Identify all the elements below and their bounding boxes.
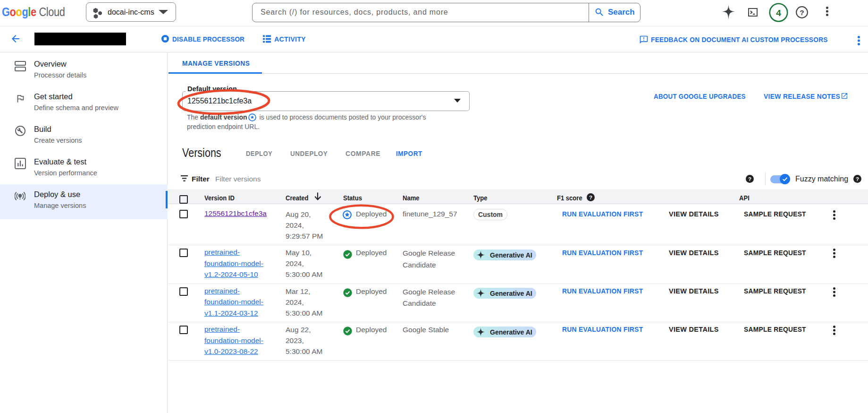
svg-text:?: ? [589,195,592,200]
svg-text:?: ? [800,9,804,17]
svg-text:4: 4 [776,8,781,18]
svg-text:?: ? [856,176,859,182]
svg-text:?: ? [748,176,751,182]
